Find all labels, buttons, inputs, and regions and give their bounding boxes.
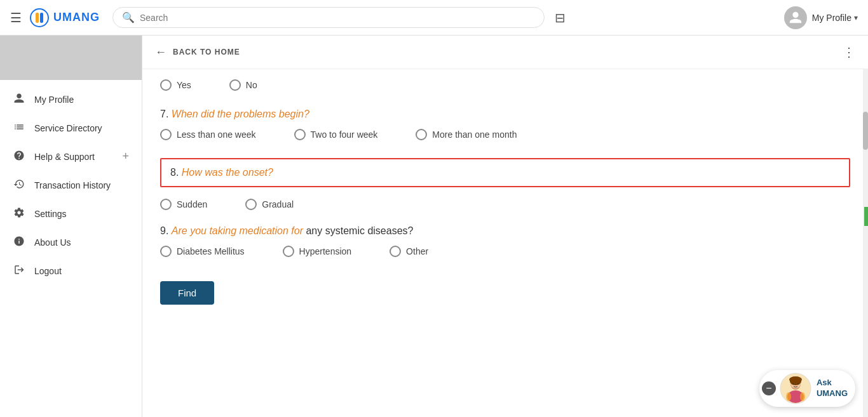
logo-text: UMANG	[53, 11, 100, 24]
q8-highlight: How was the onset?	[182, 167, 273, 178]
help-icon	[13, 150, 25, 163]
expand-icon[interactable]: +	[122, 150, 129, 163]
sidebar-item-settings[interactable]: Settings	[0, 199, 142, 228]
sidebar-item-help-support[interactable]: Help & Support +	[0, 142, 142, 171]
radio-yes	[160, 79, 172, 91]
search-input[interactable]	[140, 13, 535, 23]
q9-option-other[interactable]: Other	[390, 246, 428, 257]
q9-other-label: Other	[406, 246, 428, 256]
q6-options: Yes No	[160, 79, 850, 91]
logo-icon	[29, 8, 50, 28]
question-6-block: Yes No	[160, 79, 850, 91]
profile-label: My Profile	[812, 13, 851, 23]
more-options-icon[interactable]: ⋮	[843, 44, 855, 60]
back-arrow-icon[interactable]: ←	[155, 46, 166, 59]
q7-text: 7. When did the problems begin?	[160, 109, 850, 120]
radio-two-four	[294, 129, 306, 140]
q7-option-more-month[interactable]: More than one month	[416, 129, 517, 140]
ask-umang-avatar	[780, 373, 811, 404]
q7-number: 7.	[160, 109, 172, 119]
q8-gradual-label: Gradual	[262, 199, 294, 209]
person-icon	[13, 93, 25, 106]
q6-no-label: No	[246, 80, 257, 90]
logo-area: UMANG	[29, 8, 100, 28]
history-icon	[13, 178, 25, 192]
q8-text: 8. How was the onset?	[170, 167, 840, 178]
sidebar: My Profile Service Directory Help & Supp…	[0, 36, 142, 417]
layout: My Profile Service Directory Help & Supp…	[0, 36, 868, 417]
logout-icon	[13, 264, 25, 277]
profile-banner	[0, 36, 142, 80]
svg-rect-1	[36, 13, 39, 23]
radio-other	[390, 246, 401, 257]
q9-highlight-1: Are you taking medication for	[172, 225, 303, 236]
back-label[interactable]: BACK TO HOME	[173, 48, 240, 56]
search-bar: 🔍	[112, 7, 545, 28]
content-body: Yes No 7. When did the problems begin?	[142, 69, 868, 330]
green-marker	[864, 207, 868, 226]
sidebar-label-help-support: Help & Support	[34, 152, 122, 162]
avatar	[784, 6, 807, 29]
q7-option-two-four[interactable]: Two to four week	[294, 129, 378, 140]
find-button[interactable]: Find	[160, 281, 214, 305]
main-content: ← BACK TO HOME ⋮ Yes No	[142, 36, 868, 417]
header: ☰ UMANG 🔍 ⊟ My Profile ▾	[0, 0, 868, 36]
svg-point-12	[800, 392, 805, 401]
svg-rect-2	[40, 13, 43, 23]
profile-menu[interactable]: My Profile ▾	[784, 6, 858, 29]
q8-option-gradual[interactable]: Gradual	[245, 199, 294, 210]
question-9-block: 9. Are you taking medication for any sys…	[160, 225, 850, 257]
svg-point-8	[789, 376, 802, 383]
question-7-block: 7. When did the problems begin? Less tha…	[160, 109, 850, 140]
settings-icon	[13, 207, 25, 220]
scroll-track[interactable]	[863, 36, 868, 417]
sidebar-nav: My Profile Service Directory Help & Supp…	[0, 80, 142, 290]
radio-no	[229, 79, 241, 91]
ask-umang-text: AskUMANG	[817, 378, 848, 399]
q8-number: 8.	[170, 167, 182, 178]
filter-icon[interactable]: ⊟	[555, 10, 566, 25]
sidebar-label-transaction-history: Transaction History	[34, 180, 129, 190]
q9-option-diabetes[interactable]: Diabetes Mellitus	[160, 246, 245, 257]
sidebar-label-logout: Logout	[34, 266, 129, 276]
ask-umang-widget[interactable]: − AskUMANG	[759, 370, 855, 407]
ask-umang-close-icon[interactable]: −	[762, 381, 776, 395]
scroll-indicator	[863, 36, 868, 417]
q7-option-less-week[interactable]: Less than one week	[160, 129, 256, 140]
sidebar-item-logout[interactable]: Logout	[0, 256, 142, 285]
sidebar-label-my-profile: My Profile	[34, 95, 129, 105]
q9-diabetes-label: Diabetes Mellitus	[177, 246, 245, 256]
sidebar-item-about-us[interactable]: About Us	[0, 228, 142, 256]
q8-sudden-label: Sudden	[177, 199, 207, 209]
q9-option-hypertension[interactable]: Hypertension	[283, 246, 352, 257]
q9-options: Diabetes Mellitus Hypertension Other	[160, 246, 850, 257]
q8-options: Sudden Gradual	[160, 199, 850, 210]
svg-point-11	[786, 392, 791, 401]
q6-option-yes[interactable]: Yes	[160, 79, 191, 91]
q8-option-sudden[interactable]: Sudden	[160, 199, 207, 210]
sidebar-label-service-directory: Service Directory	[34, 123, 129, 133]
info-icon	[13, 235, 25, 249]
radio-hypertension	[283, 246, 294, 257]
hamburger-icon[interactable]: ☰	[10, 10, 22, 25]
search-icon: 🔍	[122, 11, 135, 23]
radio-diabetes	[160, 246, 172, 257]
sidebar-item-my-profile[interactable]: My Profile	[0, 85, 142, 114]
person-icon	[789, 11, 803, 25]
radio-less-week	[160, 129, 172, 140]
question-8-block: 8. How was the onset?	[160, 158, 850, 187]
sidebar-label-settings: Settings	[34, 209, 129, 219]
svg-point-9	[792, 383, 794, 385]
q6-yes-label: Yes	[177, 80, 191, 90]
svg-point-10	[797, 383, 799, 385]
scroll-thumb	[863, 112, 868, 150]
q9-hypertension-label: Hypertension	[299, 246, 352, 256]
svg-point-0	[31, 9, 48, 27]
sidebar-item-service-directory[interactable]: Service Directory	[0, 114, 142, 142]
radio-sudden	[160, 199, 172, 210]
q6-option-no[interactable]: No	[229, 79, 257, 91]
back-bar: ← BACK TO HOME ⋮	[142, 36, 868, 69]
q9-number: 9.	[160, 225, 172, 236]
sidebar-item-transaction-history[interactable]: Transaction History	[0, 171, 142, 199]
q9-plain: any systemic diseases?	[303, 225, 413, 236]
